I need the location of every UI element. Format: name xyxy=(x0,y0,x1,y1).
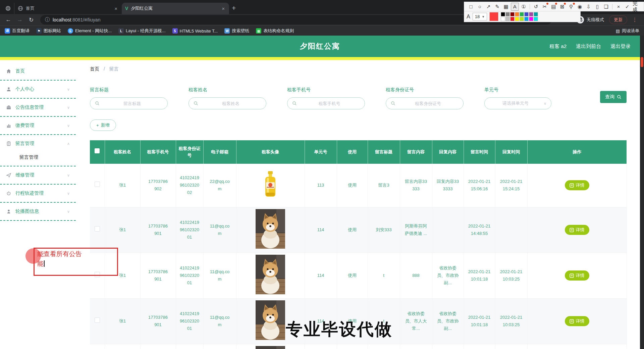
filter-input-pill[interactable] xyxy=(189,97,266,109)
tab-home[interactable]: 首页 × xyxy=(14,3,122,14)
update-button[interactable]: 更新 xyxy=(609,15,627,24)
font-size-select[interactable]: 18 ▼ xyxy=(473,13,487,20)
page-scrollbar[interactable] xyxy=(640,36,644,349)
sidebar-item-8[interactable]: 轮播图信息∨ xyxy=(0,204,76,218)
sidebar-item-7[interactable]: 行程轨迹管理∨ xyxy=(0,186,76,200)
palette-color[interactable] xyxy=(501,12,505,16)
palette-color[interactable] xyxy=(515,12,519,16)
bookmark-tool-icon[interactable]: ❏ xyxy=(602,3,610,11)
bookmark-item[interactable]: W搜索壁纸 xyxy=(224,28,249,34)
filter-input-pill[interactable] xyxy=(386,97,464,109)
font-style-icon[interactable]: A xyxy=(467,14,470,20)
palette-color[interactable] xyxy=(534,12,538,16)
new-tab-button[interactable]: + xyxy=(232,4,236,12)
pen-tool-icon[interactable]: ✎ xyxy=(493,3,501,11)
palette-color[interactable] xyxy=(501,17,505,21)
filter-input[interactable] xyxy=(200,101,261,106)
scroll-capture-icon[interactable]: ⊠ xyxy=(558,3,566,11)
step-number-tool-icon[interactable]: ① xyxy=(520,3,528,11)
bookmark-item[interactable]: 5HTML5 Website T... xyxy=(172,28,218,34)
search-button[interactable]: 查询 xyxy=(600,91,627,103)
translate-favicon: 译 xyxy=(5,28,10,34)
bookmark-item[interactable]: ▦表结构命名规则 xyxy=(256,28,294,34)
done-check-icon[interactable]: ✓ xyxy=(623,3,631,11)
close-icon[interactable]: × xyxy=(221,6,226,11)
arrow-tool-icon[interactable]: ↗ xyxy=(484,3,492,11)
device-icon[interactable]: ▯ xyxy=(593,3,601,11)
filter-label: 留言标题 xyxy=(90,87,168,93)
sidebar-item-2[interactable]: 个人中心∨ xyxy=(0,82,76,96)
filter-input[interactable] xyxy=(397,101,459,106)
breadcrumb-home[interactable]: 首页 xyxy=(90,66,99,71)
detail-button[interactable]: 详情 xyxy=(565,225,589,235)
exit-to-front-link[interactable]: 退出到前台 xyxy=(576,43,601,50)
detail-button[interactable]: 详情 xyxy=(565,180,589,190)
sidebar-item-5[interactable]: 留言管理∧ xyxy=(0,137,76,151)
palette-color[interactable] xyxy=(520,17,524,21)
undo-icon[interactable]: ↺ xyxy=(532,3,540,11)
site-info-icon[interactable]: ⓘ xyxy=(45,17,50,23)
forward-icon[interactable]: → xyxy=(15,16,25,23)
palette-color[interactable] xyxy=(515,17,519,21)
palette-color[interactable] xyxy=(529,17,533,21)
row-checkbox[interactable] xyxy=(95,317,100,323)
unit-select[interactable]: 请选择单元号∨ xyxy=(484,97,551,109)
pin-icon[interactable]: ⚲ xyxy=(567,3,575,11)
bookmark-item[interactable]: EElement - 网站快... xyxy=(68,28,112,34)
flag-favicon: ⚑ xyxy=(36,28,42,34)
detail-button[interactable]: 详情 xyxy=(565,270,589,281)
sidebar-item-4[interactable]: 缴费管理∨ xyxy=(0,118,76,133)
url-host: localhost xyxy=(53,17,71,22)
logout-link[interactable]: 退出登录 xyxy=(610,43,631,50)
scrollbar-thumb[interactable] xyxy=(641,57,643,67)
back-icon[interactable]: ← xyxy=(3,16,13,23)
current-color-swatch[interactable] xyxy=(489,12,498,21)
palette-color[interactable] xyxy=(510,12,515,16)
palette-color[interactable] xyxy=(510,17,515,21)
filter-input-pill[interactable] xyxy=(90,97,168,109)
select-all-checkbox[interactable] xyxy=(95,148,100,153)
region-cut-icon[interactable]: ✂ xyxy=(541,3,549,11)
menu-kebab-icon[interactable]: ⋮ xyxy=(632,17,637,23)
bookmark-item[interactable]: ⚑图标网站 xyxy=(36,28,61,34)
ocr-translate-icon[interactable]: ▤ xyxy=(549,3,557,11)
reading-list-button[interactable]: ▤ 阅读清单 xyxy=(616,28,639,34)
palette-color[interactable] xyxy=(529,12,533,16)
detail-button[interactable]: 详情 xyxy=(565,316,589,326)
reload-icon[interactable]: ↻ xyxy=(26,16,36,23)
row-checkbox[interactable] xyxy=(95,182,100,187)
add-button[interactable]: + 新增 xyxy=(90,119,116,131)
palette-color[interactable] xyxy=(505,12,510,16)
sidebar-subitem-active[interactable]: 留言管理 xyxy=(0,151,76,164)
tab-app[interactable]: V 夕阳红公寓 × xyxy=(122,3,229,14)
bookmark-item[interactable]: 译百度翻译 xyxy=(5,28,30,34)
row-checkbox[interactable] xyxy=(95,226,100,232)
cell-reply_time xyxy=(495,207,527,253)
incognito-badge[interactable]: 无痕模式 xyxy=(577,16,604,23)
palette-color[interactable] xyxy=(534,17,538,21)
bookmark-item[interactable]: LLayui - 经典开源模... xyxy=(118,28,165,34)
palette-color[interactable] xyxy=(524,17,529,21)
mosaic-tool-icon[interactable]: ▦ xyxy=(502,3,510,11)
download-icon[interactable]: ⇩ xyxy=(585,3,593,11)
close-icon[interactable]: × xyxy=(614,3,623,11)
cell-email: 11@qq.com xyxy=(203,298,236,344)
pinned-tab[interactable] xyxy=(2,3,14,14)
palette-color[interactable] xyxy=(505,17,510,21)
record-icon[interactable]: ◉ xyxy=(576,3,584,11)
text-tool-icon[interactable]: A xyxy=(511,3,519,11)
filter-input[interactable] xyxy=(299,101,360,106)
palette-color[interactable] xyxy=(524,12,529,16)
palette-color[interactable] xyxy=(520,12,524,16)
current-user-label[interactable]: 租客 a2 xyxy=(549,43,567,50)
rect-tool-icon[interactable]: □ xyxy=(467,3,475,11)
filter-input-pill[interactable] xyxy=(287,97,365,109)
sidebar-item-3[interactable]: 公告信息管理∨ xyxy=(0,100,76,114)
sidebar-item-6[interactable]: 维修管理∨ xyxy=(0,168,76,182)
sidebar-item-label: 缴费管理 xyxy=(15,122,34,129)
close-icon[interactable]: × xyxy=(113,6,118,11)
filter-input[interactable] xyxy=(102,101,163,106)
ellipse-tool-icon[interactable]: ○ xyxy=(476,3,484,11)
sidebar-item-1[interactable]: 首页 xyxy=(0,64,76,78)
column-header-action: 操作 xyxy=(527,140,627,164)
